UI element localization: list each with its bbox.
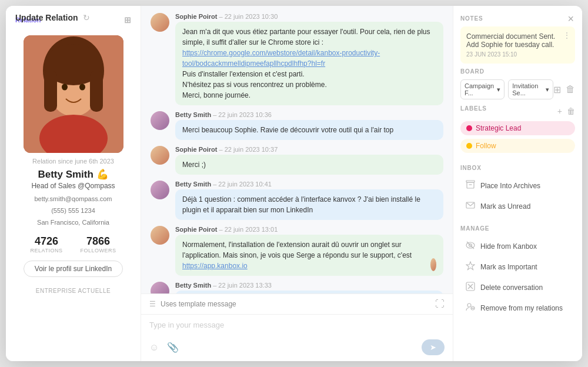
svg-point-23 <box>467 303 471 307</box>
manage-item-important[interactable]: Mark as Important <box>460 257 575 276</box>
svg-rect-13 <box>467 182 474 188</box>
unread-icon <box>465 201 476 212</box>
avatar <box>151 282 169 293</box>
message-bubble-content: Merci beaucoup Sophie. Ravie de découvri… <box>175 120 443 140</box>
message-row: Sophie Poirot – 22 juin 2023 10:30 Jean … <box>151 13 443 105</box>
manage-section-label: MANAGE <box>460 225 575 232</box>
message-row: Sophie Poirot – 22 juin 2023 10:37 Merci… <box>151 146 443 175</box>
stat-followers-label: FOLLOWERS <box>80 248 116 253</box>
message-row: Betty Smith – 22 juin 2023 10:36 Merci b… <box>151 111 443 140</box>
inner-avatar <box>430 258 436 271</box>
label-dot-strategic <box>466 125 472 131</box>
company-section-label: ENTREPRISE ACTUELLE <box>15 288 131 294</box>
msg-content: Sophie Poirot – 22 juin 2023 10:37 Merci… <box>175 146 443 175</box>
template-label: Uses template message <box>161 300 236 308</box>
board-row: Campaign F... ▾ Invitation Se... ▾ ⊞ 🗑 <box>460 79 575 99</box>
msg-header: Betty Smith – 22 juin 2023 10:36 <box>175 111 443 118</box>
inbox-section-label: INBOX <box>460 165 575 171</box>
labels-add-icon[interactable]: + <box>557 106 562 116</box>
msg-content: Sophie Poirot – 22 juin 2023 13:01 Norma… <box>175 226 443 276</box>
left-panel: Relation ⊞ <box>6 6 141 361</box>
chevron-down-icon: ▾ <box>497 86 500 94</box>
modal-title: Update Relation <box>15 13 78 22</box>
svg-point-8 <box>62 84 68 91</box>
board-dropdown-1[interactable]: Campaign F... ▾ <box>460 79 505 99</box>
msg-content: Sophie Poirot – 22 juin 2023 10:30 Jean … <box>175 13 443 105</box>
unread-label: Mark as Unread <box>480 202 530 211</box>
send-button[interactable]: ➤ <box>422 339 445 355</box>
inbox-item-archives[interactable]: Place Into Archives <box>460 176 575 195</box>
msg-header: Betty Smith – 22 juin 2023 13:33 <box>175 282 443 289</box>
avatar <box>151 226 169 245</box>
svg-marker-19 <box>466 262 475 270</box>
message-bubble-content: Normalement, l'installation de l'extensi… <box>175 235 443 276</box>
msg-header: Sophie Poirot – 22 juin 2023 10:30 <box>175 13 443 20</box>
contact-info: betty.smith@qompass.com (555) 555 1234 S… <box>34 193 112 228</box>
delete-label: Delete conversation <box>480 283 543 292</box>
message-placeholder: Type in your message <box>149 321 224 329</box>
label-follow: Follow <box>460 139 575 153</box>
chevron-down-icon: ▾ <box>546 86 549 94</box>
template-bar: ☰ Uses template message ⛶ <box>141 294 453 315</box>
label-strategic-text: Strategic Lead <box>476 124 521 132</box>
note-text: Commercial document Sent. Add Sophie for… <box>466 32 569 49</box>
svg-point-9 <box>79 84 85 91</box>
expand-icon[interactable]: ⛶ <box>435 299 445 309</box>
labels-header: LABELS + 🗑 <box>460 105 575 116</box>
avatar <box>151 146 169 165</box>
manage-item-remove[interactable]: Remove from my relations <box>460 298 575 318</box>
manage-item-delete[interactable]: Delete conversation <box>460 278 575 297</box>
close-button[interactable]: × <box>567 13 574 25</box>
msg-header: Betty Smith – 22 juin 2023 10:41 <box>175 181 443 188</box>
notes-section-label: NOTES <box>460 15 575 22</box>
contact-phone: (555) 555 1234 <box>34 205 112 217</box>
compose-toolbar: ☺ 📎 ➤ <box>141 336 453 361</box>
delete-icon <box>465 282 476 293</box>
message-row: Betty Smith – 22 juin 2023 10:41 Déjà 1 … <box>151 181 443 220</box>
right-panel: NOTES Commercial document Sent. Add Soph… <box>453 6 582 361</box>
labels-delete-icon[interactable]: 🗑 <box>567 106 575 116</box>
contact-name: Betty Smith 💪 <box>38 168 108 181</box>
stat-relations-value: 4726 <box>31 235 63 248</box>
manage-item-hide[interactable]: Hide from Kanbox <box>460 236 575 256</box>
hide-label: Hide from Kanbox <box>480 242 537 251</box>
remove-relations-icon <box>465 302 476 313</box>
star-icon <box>465 261 476 272</box>
avatar <box>151 181 169 199</box>
attachment-icon[interactable]: 📎 <box>167 342 179 353</box>
remove-label: Remove from my relations <box>480 304 563 312</box>
hide-icon <box>465 241 476 252</box>
msg-header: Sophie Poirot – 22 juin 2023 10:37 <box>175 146 443 153</box>
relation-edit-icon[interactable]: ⊞ <box>124 15 131 25</box>
compose-area: ☰ Uses template message ⛶ Type in your m… <box>141 293 453 361</box>
inbox-item-unread[interactable]: Mark as Unread <box>460 196 575 216</box>
board-dropdown-2[interactable]: Invitation Se... ▾ <box>508 79 553 99</box>
msg-content: Betty Smith – 22 juin 2023 10:36 Merci b… <box>175 111 443 140</box>
linkedin-button[interactable]: Voir le profil sur LinkedIn <box>24 261 123 277</box>
message-row: Sophie Poirot – 22 juin 2023 13:01 Norma… <box>151 226 443 276</box>
message-bubble-content: Merci ;) <box>175 155 443 175</box>
message-bubble-content: Jean m'a dit que vous étiez partante pou… <box>175 22 443 105</box>
contact-email: betty.smith@qompass.com <box>34 193 112 205</box>
stats-row: 4726 RELATIONS 7866 FOLLOWERS <box>15 235 131 253</box>
contact-location: San Francisco, California <box>34 217 112 229</box>
avatar <box>151 13 169 32</box>
msg-header: Sophie Poirot – 22 juin 2023 13:01 <box>175 226 443 233</box>
compose-icons: ☺ 📎 <box>149 342 179 353</box>
stat-relations-label: RELATIONS <box>31 248 63 253</box>
avatar <box>151 111 169 130</box>
board-copy-icon[interactable]: ⊞ <box>553 84 561 95</box>
message-input[interactable]: Type in your message <box>141 315 453 336</box>
relation-since: Relation since june 6th 2023 <box>32 158 114 165</box>
emoji-icon[interactable]: ☺ <box>149 342 159 353</box>
modal: Update Relation ↻ × Relation ⊞ <box>6 6 582 361</box>
stat-relations: 4726 RELATIONS <box>31 235 63 253</box>
refresh-icon[interactable]: ↻ <box>83 13 90 22</box>
contact-avatar <box>24 35 123 153</box>
archive-icon <box>465 180 476 191</box>
board-delete-icon[interactable]: 🗑 <box>566 84 575 95</box>
stat-followers-value: 7866 <box>80 235 116 248</box>
important-label: Mark as Important <box>480 263 537 271</box>
contact-title: Head of Sales @Qompass <box>31 182 115 190</box>
note-menu-icon[interactable]: ⋮ <box>563 31 570 39</box>
